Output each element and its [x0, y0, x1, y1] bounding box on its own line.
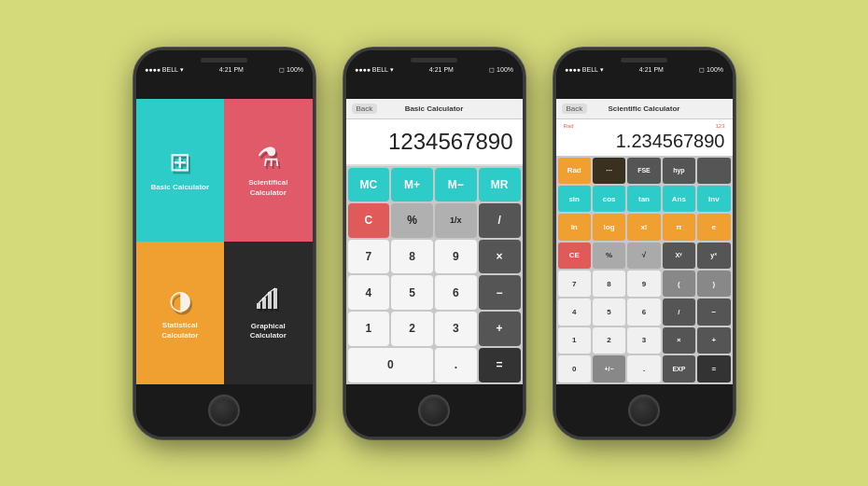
phone2-home-button[interactable]: [418, 395, 450, 426]
btn-6[interactable]: 6: [435, 275, 477, 310]
phone1-top: ●●●● BELL ▾ 4:21 PM ◻ 100%: [136, 50, 313, 99]
sci-btn-5[interactable]: 5: [593, 299, 625, 325]
btn-4[interactable]: 4: [348, 275, 390, 310]
btn-7[interactable]: 7: [348, 240, 390, 274]
phone3-status-bar: ●●●● BELL ▾ 4:21 PM ◻ 100%: [565, 66, 723, 74]
phone1-status-bar: ●●●● BELL ▾ 4:21 PM ◻ 100%: [145, 66, 303, 74]
btn-mplus[interactable]: M+: [391, 168, 433, 202]
phone2-bottom: [346, 384, 523, 437]
sci-btn-plusminus[interactable]: +/−: [593, 355, 625, 382]
phone2-top: ●●●● BELL ▾ 4:21 PM ◻ 100%: [346, 50, 523, 99]
btn-dot[interactable]: .: [435, 348, 477, 382]
sci-btn-rparen[interactable]: ): [697, 271, 730, 297]
sci-btn-add[interactable]: +: [697, 327, 730, 354]
btn-clear[interactable]: C: [348, 203, 390, 238]
sci-btn-7[interactable]: 7: [558, 271, 591, 297]
sci-btn-inv[interactable]: Inv: [697, 186, 730, 212]
sci-btn-divide[interactable]: /: [663, 299, 695, 325]
sci-btn-rad[interactable]: Rad: [558, 158, 591, 184]
basic-calc-display: 1234567890: [346, 119, 523, 166]
basic-calculator-cell[interactable]: ⊞ Basic Calculator: [136, 99, 225, 242]
btn-equals[interactable]: =: [479, 348, 521, 382]
btn-2[interactable]: 2: [391, 312, 433, 346]
btn-5[interactable]: 5: [391, 275, 433, 310]
sci-btn-sin[interactable]: sin: [558, 186, 591, 212]
sci-calc-back-button[interactable]: Back: [562, 104, 588, 114]
btn-9[interactable]: 9: [435, 240, 477, 274]
sci-display-number: 1.234567890: [564, 131, 725, 152]
sci-btn-tan[interactable]: tan: [627, 186, 660, 212]
btn-multiply[interactable]: ×: [479, 240, 521, 274]
btn-mminus[interactable]: M−: [435, 168, 477, 202]
phone3-top: ●●●● BELL ▾ 4:21 PM ◻ 100%: [556, 50, 733, 99]
statistical-calculator-cell[interactable]: ◑ StatisticalCalculator: [136, 242, 225, 384]
sci-btn-hyp[interactable]: hyp: [663, 158, 695, 184]
sci-btn-0[interactable]: 0: [558, 355, 591, 382]
sci-btn-percent[interactable]: %: [593, 243, 625, 269]
graphical-calculator-cell[interactable]: GraphicalCalculator: [224, 242, 313, 384]
status-time: 4:21 PM: [219, 66, 244, 73]
phone1-speaker: [201, 58, 247, 62]
sci-btn-6[interactable]: 6: [627, 299, 660, 325]
btn-mc[interactable]: MC: [348, 168, 390, 202]
sci-btn-sqrt[interactable]: √: [627, 243, 660, 269]
sci-btn-yx[interactable]: yˣ: [697, 243, 730, 269]
basic-calc-label: Basic Calculator: [150, 183, 209, 192]
sci-btn-factorial[interactable]: x!: [627, 214, 660, 240]
stat-calc-label: StatisticalCalculator: [161, 321, 198, 340]
sci-btn-lparen[interactable]: (: [663, 271, 695, 297]
status-bell: ●●●● BELL ▾: [145, 66, 184, 74]
sci-calc: Back Scientific Calculator Rad 123 1.234…: [556, 99, 733, 384]
sci-btn-e[interactable]: e: [697, 214, 730, 240]
sci-btn-pi[interactable]: π: [663, 214, 695, 240]
btn-inverse[interactable]: 1/x: [435, 203, 477, 238]
sci-calc-label: ScientificalCalculator: [248, 178, 287, 198]
sci-btn-ce[interactable]: CE: [558, 243, 591, 269]
sci-btn-9[interactable]: 9: [627, 271, 660, 297]
sci-calc-icon: ⚗: [257, 142, 280, 173]
btn-divide[interactable]: /: [479, 203, 521, 238]
btn-subtract[interactable]: −: [479, 275, 521, 310]
sci-btn-xy[interactable]: Xʸ: [663, 243, 695, 269]
sci-btn-1[interactable]: 1: [558, 327, 591, 354]
sci-btn-dot[interactable]: .: [627, 355, 660, 382]
sci-btn-minus[interactable]: −: [697, 299, 730, 325]
sci-btn-ln[interactable]: ln: [558, 214, 591, 240]
svg-rect-3: [273, 288, 277, 309]
sci-btn-3[interactable]: 3: [627, 327, 660, 354]
btn-0[interactable]: 0: [348, 348, 434, 382]
sci-btn-dots[interactable]: ···: [593, 158, 625, 184]
sci-display-rad-indicator: Rad: [564, 123, 574, 129]
phone1-home-button[interactable]: [208, 395, 240, 426]
sci-display-area: Rad 123 1.234567890: [556, 119, 733, 156]
status-time2: 4:21 PM: [429, 66, 454, 73]
phone2-speaker: [411, 58, 457, 62]
status-bell2: ●●●● BELL ▾: [355, 66, 394, 74]
sci-btn-cos[interactable]: cos: [593, 186, 625, 212]
btn-3[interactable]: 3: [435, 312, 477, 346]
phone2-screen: Back Basic Calculator 1234567890 MC M+ M…: [346, 99, 523, 384]
basic-calc-back-button[interactable]: Back: [352, 104, 378, 114]
btn-add[interactable]: +: [479, 312, 521, 346]
sci-btn-exp[interactable]: EXP: [663, 355, 695, 382]
btn-8[interactable]: 8: [391, 240, 433, 274]
menu-screen: ⊞ Basic Calculator ⚗ ScientificalCalcula…: [136, 99, 313, 384]
btn-1[interactable]: 1: [348, 312, 390, 346]
sci-btn-4[interactable]: 4: [558, 299, 591, 325]
status-time3: 4:21 PM: [639, 66, 664, 73]
phone3-home-button[interactable]: [628, 395, 660, 426]
sci-btn-2[interactable]: 2: [593, 327, 625, 354]
sci-btn-log[interactable]: log: [593, 214, 625, 240]
sci-btn-8[interactable]: 8: [593, 271, 625, 297]
sci-btn-equals[interactable]: =: [697, 355, 730, 382]
sci-calc-nav: Back Scientific Calculator: [556, 99, 733, 119]
sci-btn-ans[interactable]: Ans: [663, 186, 695, 212]
svg-rect-0: [257, 303, 260, 309]
sci-btn-multiply[interactable]: ×: [663, 327, 695, 354]
btn-percent[interactable]: %: [391, 203, 433, 238]
btn-mr[interactable]: MR: [479, 168, 521, 202]
sci-btn-fse[interactable]: FSE: [627, 158, 660, 184]
phone3-speaker: [621, 58, 667, 62]
scientific-calculator-cell[interactable]: ⚗ ScientificalCalculator: [224, 99, 313, 242]
phone3-bottom: [556, 384, 733, 437]
